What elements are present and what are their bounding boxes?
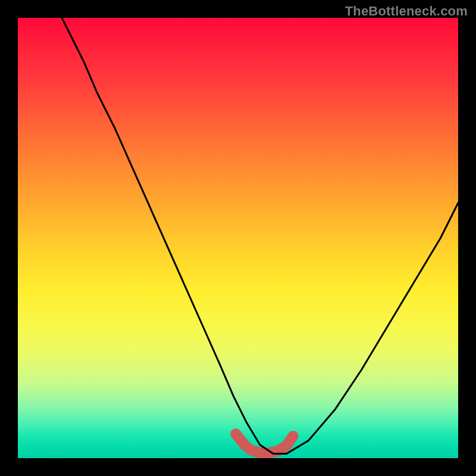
- chart-frame: TheBottleneck.com: [0, 0, 476, 476]
- watermark-text: TheBottleneck.com: [345, 4, 468, 19]
- valley-marker: [236, 434, 293, 453]
- plot-area: [18, 18, 458, 458]
- marker-layer: [236, 434, 293, 453]
- curve-svg: [18, 18, 458, 458]
- bottleneck-curve: [62, 18, 458, 454]
- curve-layer: [62, 18, 458, 454]
